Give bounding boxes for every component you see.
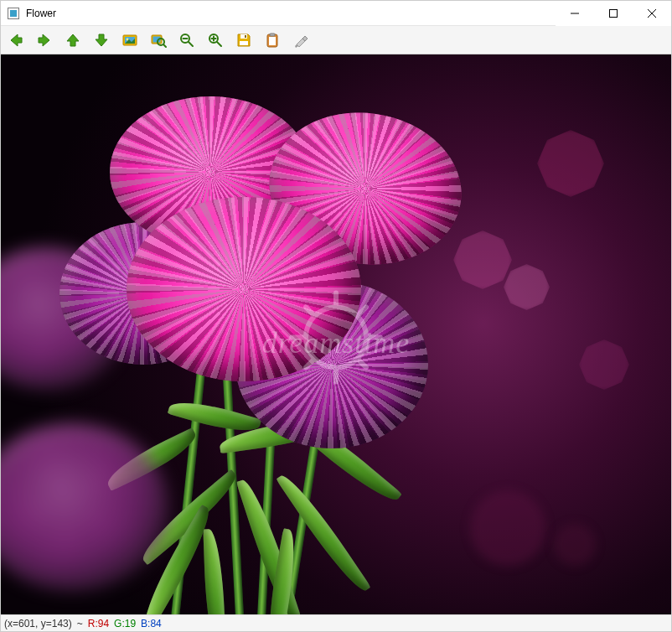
copy-button[interactable] <box>262 30 282 50</box>
maximize-button[interactable] <box>594 1 633 26</box>
back-button[interactable] <box>6 30 26 50</box>
status-r-value: R:94 <box>88 618 109 629</box>
close-button[interactable] <box>633 1 671 26</box>
status-bar: (x=601, y=143) ~ R:94 G:19 B:84 <box>1 614 671 631</box>
svg-rect-12 <box>245 35 246 38</box>
zoom-out-button[interactable] <box>177 30 197 50</box>
svg-rect-1 <box>10 10 17 17</box>
original-size-button[interactable] <box>120 30 140 50</box>
svg-rect-13 <box>240 41 248 45</box>
save-button[interactable] <box>234 30 254 50</box>
image-viewer-window: Flower <box>0 0 672 632</box>
minimize-button[interactable] <box>556 1 594 26</box>
svg-rect-16 <box>270 34 275 36</box>
svg-point-5 <box>127 38 129 40</box>
zoom-in-button[interactable] <box>205 30 225 50</box>
window-title: Flower <box>26 8 56 19</box>
svg-rect-15 <box>269 37 276 45</box>
svg-rect-2 <box>610 9 618 17</box>
toolbar <box>1 26 671 54</box>
fit-window-button[interactable] <box>148 30 168 50</box>
reset-button[interactable] <box>291 30 311 50</box>
app-icon <box>7 7 20 20</box>
up-button[interactable] <box>63 30 83 50</box>
image-viewport[interactable]: dreamstime <box>1 54 671 614</box>
forward-button[interactable] <box>34 30 54 50</box>
status-coordinates: (x=601, y=143) <box>4 618 72 629</box>
down-button[interactable] <box>91 30 111 50</box>
status-g-value: G:19 <box>114 618 136 629</box>
image-content: dreamstime <box>1 54 671 614</box>
status-separator: ~ <box>77 618 83 629</box>
title-bar: Flower <box>1 1 671 26</box>
status-b-value: B:84 <box>141 618 162 629</box>
